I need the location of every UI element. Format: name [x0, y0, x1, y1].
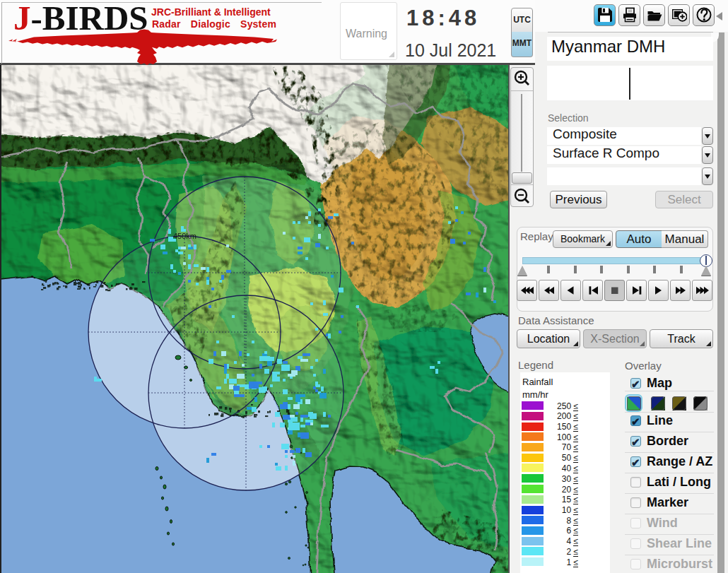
svg-text:450km: 450km [173, 232, 196, 240]
